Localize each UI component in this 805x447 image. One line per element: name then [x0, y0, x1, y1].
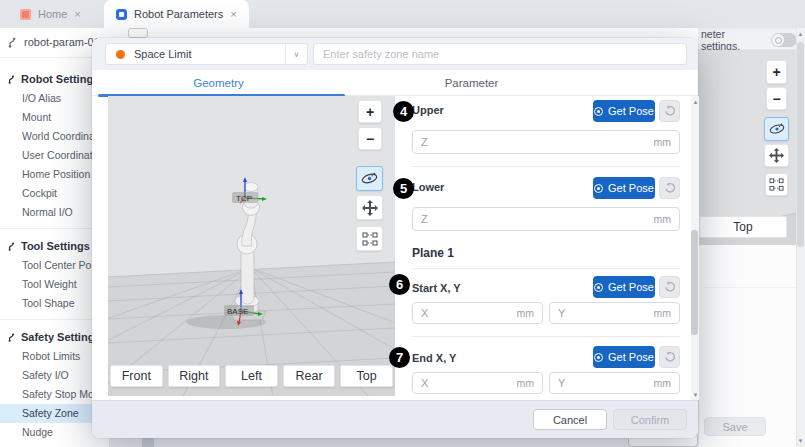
geometry-fields-panel: Upper Get Pose Z mm Lower Get Pose [412, 96, 680, 402]
undo-icon [664, 182, 676, 194]
tab-bar: Home × Robot Parameters × [0, 0, 805, 28]
viewer-pan-button[interactable] [356, 195, 383, 220]
scroll-up-icon[interactable]: ▲ [796, 30, 805, 38]
tool-icon [8, 242, 17, 251]
zone-color-dot-icon [116, 50, 125, 59]
view-right-button[interactable]: Right [168, 365, 221, 387]
orbit-icon [361, 171, 378, 186]
settings-text-fragment: neter settings. [701, 28, 766, 52]
save-button[interactable]: Save [704, 417, 766, 436]
orbit-view-button[interactable] [764, 117, 789, 141]
undo-icon [664, 281, 676, 293]
param-file-title[interactable]: robot-param-01 [8, 36, 100, 48]
viewer-zoom-out-button[interactable]: − [358, 127, 382, 150]
scroll-up-icon[interactable]: ▲ [691, 98, 700, 106]
close-icon[interactable]: × [74, 9, 80, 20]
divider [412, 268, 680, 269]
annotation-badge-7: 7 [389, 347, 410, 368]
lower-reset-button[interactable] [659, 177, 680, 199]
start-xy-label: Start X, Y [412, 282, 461, 294]
view-buttons-row: Front Right Left Rear Top [108, 365, 395, 387]
end-get-pose-button[interactable]: Get Pose [593, 346, 655, 368]
scroll-down-icon[interactable]: ▼ [691, 391, 700, 399]
cancel-button[interactable]: Cancel [533, 409, 607, 430]
start-get-pose-button[interactable]: Get Pose [593, 276, 655, 298]
upper-z-input[interactable]: Z mm [412, 130, 680, 154]
target-icon [594, 353, 603, 362]
start-reset-button[interactable] [659, 276, 680, 298]
settings-toggle[interactable] [771, 33, 797, 47]
target-icon [594, 184, 603, 193]
fields-scrollbar-thumb[interactable] [691, 230, 698, 335]
dialog-header: Space Limit ∨ [92, 38, 698, 70]
measure-icon [362, 231, 378, 247]
orbit-icon [769, 122, 785, 136]
robot-scene: TCP BASE [108, 96, 395, 396]
tab-home-label: Home [38, 8, 67, 20]
lower-z-input[interactable]: Z mm [412, 207, 680, 231]
undo-icon [664, 105, 676, 117]
zone-type-value: Space Limit [134, 48, 285, 60]
robot-icon [8, 75, 17, 84]
target-icon [594, 107, 603, 116]
view-front-button[interactable]: Front [110, 365, 163, 387]
tab-home[interactable]: Home × [8, 0, 93, 28]
pan-icon [362, 200, 378, 216]
toggle-knob-icon [772, 34, 784, 46]
view-rear-button[interactable]: Rear [283, 365, 336, 387]
tab-parameter[interactable]: Parameter [345, 70, 598, 96]
measure-button[interactable] [765, 173, 788, 196]
view-left-button[interactable]: Left [225, 365, 278, 387]
svg-text:TCP: TCP [236, 194, 252, 203]
divider [412, 166, 680, 167]
start-y-input[interactable]: Y mm [549, 302, 680, 324]
end-xy-label: End X, Y [412, 352, 456, 364]
home-icon [20, 9, 31, 20]
tab-geometry[interactable]: Geometry [92, 70, 345, 96]
plane-1-title: Plane 1 [412, 246, 454, 260]
start-x-input[interactable]: X mm [412, 302, 543, 324]
zoom-out-button[interactable]: − [766, 87, 787, 110]
zone-type-select[interactable]: Space Limit ∨ [105, 43, 308, 65]
annotation-badge-5: 5 [393, 178, 414, 199]
end-reset-button[interactable] [659, 346, 680, 368]
upper-get-pose-button[interactable]: Get Pose [593, 100, 655, 122]
robot-icon [116, 9, 127, 20]
view-top-button[interactable]: Top [699, 216, 787, 238]
measure-icon [769, 177, 784, 192]
settings-note-bar: neter settings. [698, 30, 797, 50]
dialog-footer: Cancel Confirm [92, 400, 698, 438]
zone-name-input[interactable] [313, 43, 687, 65]
shield-icon [8, 333, 17, 342]
viewer-measure-button[interactable] [356, 226, 383, 251]
background-partial-button [128, 28, 148, 38]
annotation-badge-4: 4 [393, 101, 414, 122]
viewer-orbit-button[interactable] [356, 166, 383, 191]
divider [703, 287, 795, 288]
dialog-tabs: Geometry Parameter [92, 70, 698, 96]
zoom-in-button[interactable]: + [766, 60, 787, 84]
undo-icon [664, 351, 676, 363]
tab-robot-parameters[interactable]: Robot Parameters × [104, 0, 249, 28]
svg-text:BASE: BASE [227, 307, 248, 316]
scroll-down-icon[interactable]: ▼ [796, 437, 805, 445]
robot-parameters-app: Home × Robot Parameters × robot-param-01 [0, 0, 805, 447]
end-x-input[interactable]: X mm [412, 372, 543, 394]
viewer-zoom-in-button[interactable]: + [358, 100, 382, 123]
lower-get-pose-button[interactable]: Get Pose [593, 177, 655, 199]
close-icon[interactable]: × [230, 9, 236, 20]
divider [412, 336, 680, 337]
upper-reset-button[interactable] [659, 100, 680, 122]
pan-icon [769, 148, 784, 163]
tab-robot-parameters-label: Robot Parameters [134, 8, 223, 20]
safety-zone-dialog: Space Limit ∨ Geometry Parameter [92, 38, 698, 438]
lower-label: Lower [412, 181, 444, 193]
chevron-down-icon: ∨ [285, 44, 307, 64]
end-y-input[interactable]: Y mm [549, 372, 680, 394]
view-top-button[interactable]: Top [340, 365, 393, 387]
pan-view-button[interactable] [764, 144, 789, 167]
confirm-button[interactable]: Confirm [613, 409, 687, 430]
robot-3d-viewer[interactable]: TCP BASE + − [108, 96, 395, 396]
background-partial-tab [142, 438, 154, 447]
page-scrollbar-thumb[interactable] [797, 42, 804, 247]
